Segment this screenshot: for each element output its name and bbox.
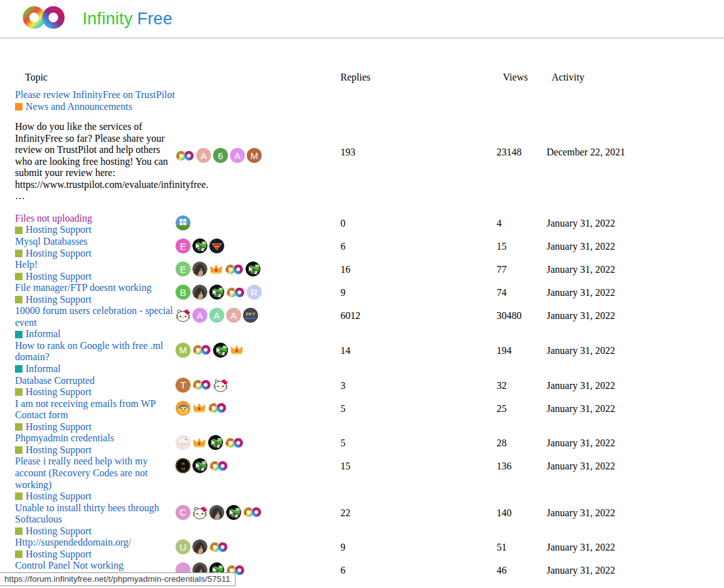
home-link[interactable]: InfinityFree xyxy=(21,3,172,34)
letter-avatar[interactable]: R xyxy=(247,285,262,300)
svg-text:3D: 3D xyxy=(222,345,227,349)
topic-category: Hosting Support xyxy=(15,421,176,433)
topic-title-link[interactable]: Please i really need help with my accoun… xyxy=(15,456,176,491)
infinity-logo-avatar[interactable] xyxy=(209,542,228,552)
hello-kitty-avatar[interactable] xyxy=(176,308,191,323)
category-link[interactable]: Hosting Support xyxy=(26,444,91,456)
gamer-3d-cursor-avatar[interactable]: 3D xyxy=(245,262,260,277)
gamer-3d-cursor-avatar[interactable]: 3D xyxy=(192,458,207,473)
topic-title-link[interactable]: File manager/FTP doesnt working xyxy=(15,282,176,294)
infinity-logo-avatar[interactable] xyxy=(225,438,244,448)
letter-avatar[interactable]: M xyxy=(247,148,262,163)
topic-title-link[interactable]: Database Corrupted xyxy=(15,375,176,387)
topic-title-link[interactable]: Help! xyxy=(15,259,176,271)
photo-hand-avatar[interactable] xyxy=(192,539,207,554)
category-color-square xyxy=(15,446,22,454)
column-activity[interactable]: Activity xyxy=(547,71,724,83)
letter-avatar[interactable]: T xyxy=(176,378,191,393)
infinity-logo-avatar[interactable] xyxy=(243,507,262,517)
gamer-3d-cursor-avatar[interactable]: 3D xyxy=(213,343,228,358)
category-link[interactable]: Hosting Support xyxy=(26,224,91,236)
topic-title-link[interactable]: Unable to install thirty bees through So… xyxy=(15,502,176,526)
category-link[interactable]: Hosting Support xyxy=(26,549,91,561)
anime-girl-avatar[interactable] xyxy=(176,435,191,450)
duck-cartoon-avatar[interactable] xyxy=(176,401,191,416)
posters-cell xyxy=(176,213,340,236)
topic-row: Phpmyadmin credentials Hosting Support 3… xyxy=(0,433,724,456)
category-link[interactable]: Hosting Support xyxy=(26,526,91,537)
letter-avatar[interactable]: A xyxy=(230,148,245,163)
category-link[interactable]: Hosting Support xyxy=(26,294,91,306)
letter-avatar[interactable]: E xyxy=(176,238,191,253)
category-link[interactable]: Hosting Support xyxy=(26,271,91,283)
crown-emoji-icon[interactable] xyxy=(230,345,244,355)
gamer-3d-cursor-avatar[interactable]: 3D xyxy=(226,505,241,520)
topic-cell: Http://suspendeddomain.org/ Hosting Supp… xyxy=(0,537,176,560)
topic-cell: Files not uploading Hosting Support xyxy=(0,213,176,236)
hello-kitty-avatar[interactable] xyxy=(192,505,207,520)
hello-kitty-avatar[interactable] xyxy=(213,378,228,393)
topic-title-link[interactable]: 10000 forum users celebration - special … xyxy=(15,305,176,328)
topic-category: Informal xyxy=(15,363,176,375)
crown-emoji-icon[interactable] xyxy=(192,403,206,413)
category-link[interactable]: News and Announcements xyxy=(26,101,132,113)
svg-text:3D: 3D xyxy=(217,438,222,441)
topic-title-link[interactable]: Control Panel Not working xyxy=(15,560,176,572)
category-color-square xyxy=(15,296,22,303)
crown-emoji-icon[interactable] xyxy=(192,438,206,448)
hm-monogram-avatar[interactable]: HM xyxy=(176,458,191,473)
category-link[interactable]: Informal xyxy=(26,363,61,375)
pft-text-avatar[interactable]: PFT xyxy=(243,308,258,323)
category-link[interactable]: Informal xyxy=(26,328,61,340)
topic-category: Informal xyxy=(15,328,176,340)
photo-hand-avatar[interactable] xyxy=(209,505,224,520)
letter-avatar[interactable]: C xyxy=(176,505,191,520)
crown-emoji-icon[interactable] xyxy=(209,264,223,275)
topic-category: Hosting Support xyxy=(15,491,176,502)
topic-title-link[interactable]: Http://suspendeddomain.org/ xyxy=(15,537,176,549)
table-header-row: Topic Replies Views Activity xyxy=(0,71,724,83)
letter-avatar[interactable]: A xyxy=(226,308,241,323)
windows-logo-avatar[interactable] xyxy=(176,215,191,230)
topic-title-link[interactable]: Please review InfinityFree on TrustPilot xyxy=(15,89,176,101)
topic-row: Help! Hosting Support E3D 16 77 January … xyxy=(0,259,724,282)
infinity-logo-avatar[interactable] xyxy=(225,264,244,275)
letter-avatar[interactable]: E xyxy=(176,262,191,277)
category-color-square xyxy=(15,273,22,280)
replies-count: 193 xyxy=(340,89,497,202)
letter-avatar[interactable]: U xyxy=(176,539,191,554)
topic-row: Files not uploading Hosting Support 0 4 … xyxy=(0,213,724,236)
superman-logo-avatar[interactable] xyxy=(209,238,224,253)
column-replies[interactable]: Replies xyxy=(340,71,497,83)
category-link[interactable]: Hosting Support xyxy=(26,248,91,260)
infinity-logo-avatar[interactable] xyxy=(226,287,245,298)
topic-title-link[interactable]: Phpmyadmin credentials xyxy=(15,433,176,444)
infinity-logo-avatar[interactable] xyxy=(192,380,211,390)
gamer-3d-cursor-avatar[interactable]: 3D xyxy=(192,238,207,253)
category-link[interactable]: Hosting Support xyxy=(26,421,91,433)
letter-avatar[interactable]: B xyxy=(176,285,191,300)
infinity-logo-avatar[interactable] xyxy=(209,461,228,471)
topic-list: Please review InfinityFree on TrustPilot… xyxy=(0,89,724,583)
category-link[interactable]: Hosting Support xyxy=(26,386,91,398)
infinity-logo-avatar[interactable] xyxy=(208,403,227,413)
photo-hand-avatar[interactable] xyxy=(192,262,207,277)
topic-title-link[interactable]: Files not uploading xyxy=(15,213,176,225)
topic-title-link[interactable]: Mysql Databasses xyxy=(15,236,176,248)
letter-avatar[interactable]: 6 xyxy=(213,148,228,163)
topic-title-link[interactable]: I am not receiving emails from WP Contac… xyxy=(15,398,176,421)
gamer-3d-cursor-avatar[interactable]: 3D xyxy=(209,285,224,300)
topic-title-link[interactable]: How to rank on Google with free .ml doma… xyxy=(15,340,176,363)
topic-row: Please review InfinityFree on TrustPilot… xyxy=(0,89,724,202)
letter-avatar[interactable]: M xyxy=(176,343,191,358)
letter-avatar[interactable]: A xyxy=(192,308,207,323)
letter-avatar[interactable]: A xyxy=(196,148,211,163)
photo-hand-avatar[interactable] xyxy=(192,285,207,300)
activity-date: January 31, 2022 xyxy=(547,502,724,537)
category-link[interactable]: Hosting Support xyxy=(26,491,91,502)
infinity-logo-avatar[interactable] xyxy=(192,345,211,355)
gamer-3d-cursor-avatar[interactable]: 3D xyxy=(208,435,223,450)
column-views[interactable]: Views xyxy=(497,71,547,83)
infinity-logo-avatar[interactable] xyxy=(176,150,194,161)
letter-avatar[interactable]: A xyxy=(209,308,224,323)
